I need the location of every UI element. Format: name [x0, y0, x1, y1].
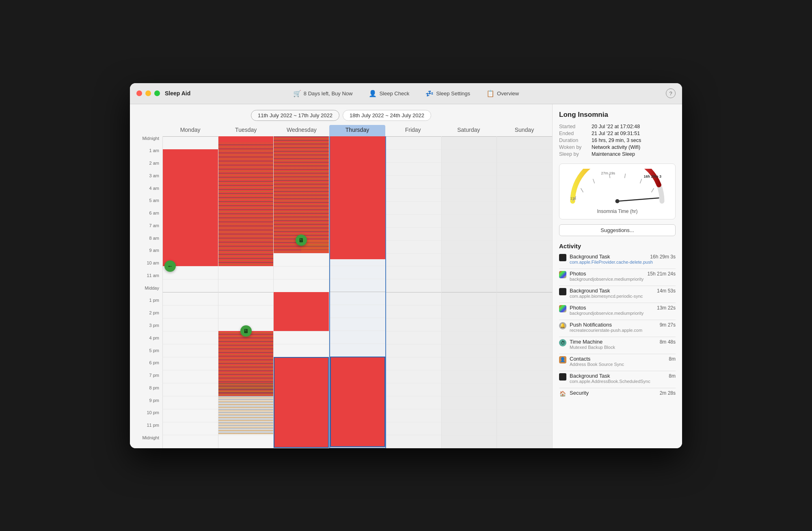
time-labels: Midnight 1 am 2 am 3 am 4 am 5 am 6 am 7…: [130, 136, 162, 448]
svg-text:11s: 11s: [570, 196, 577, 200]
day-header-monday: Monday: [162, 125, 218, 136]
activity-icon-8: 🏠: [559, 390, 566, 398]
activity-name-row-7: Background Task 8m: [570, 373, 676, 379]
sleep-check-icon: 👤: [369, 90, 377, 97]
date-range-btn-2[interactable]: 18th July 2022 ~ 24th July 2022: [343, 110, 431, 121]
activity-icon-0: [559, 254, 566, 261]
buy-now-nav[interactable]: 🛒 8 Days left, Buy Now: [290, 88, 356, 99]
activity-name-4: Push Notifications: [570, 322, 612, 328]
gauge-container: 11s 27m 19s 16h 29m 3 Insomnia Time (hr): [559, 163, 676, 219]
time-1pm: 1 pm: [130, 298, 162, 311]
svg-line-6: [652, 188, 654, 192]
svg-line-4: [625, 174, 626, 178]
activity-info-2: Background Task 14m 53s com.apple.biomes…: [570, 288, 676, 299]
activity-name-7: Background Task: [570, 373, 610, 379]
time-3am: 3 am: [130, 174, 162, 186]
time-5pm: 5 pm: [130, 348, 162, 361]
activity-name-8: Security: [570, 390, 589, 396]
woken-row: Woken by Network activity (Wifi): [559, 144, 676, 150]
time-8am: 8 am: [130, 236, 162, 249]
event-icon-tuesday[interactable]: 🖥: [240, 325, 252, 337]
time-5am: 5 am: [130, 198, 162, 211]
date-range-btn-1[interactable]: 11th July 2022 ~ 17th July 2022: [251, 110, 339, 121]
divider-5: [559, 354, 676, 354]
buy-now-label: 8 Days left, Buy Now: [304, 90, 353, 97]
day-header-saturday: Saturday: [441, 125, 497, 136]
sleep-row: Sleep by Maintenance Sleep: [559, 151, 676, 157]
divider-4: [559, 337, 676, 337]
help-button[interactable]: ?: [666, 88, 676, 98]
calendar-container: Monday Tuesday Wednesday Thursday Friday…: [130, 125, 552, 448]
woken-value: Network activity (Wifi): [592, 144, 640, 150]
activity-sub-5: Mutexed Backup Block: [570, 345, 676, 350]
day-header-friday: Friday: [385, 125, 441, 136]
day-col-thursday: [329, 136, 386, 448]
time-1am: 1 am: [130, 148, 162, 161]
divider-7: [559, 388, 676, 388]
activity-item-2: Background Task 14m 53s com.apple.biomes…: [559, 288, 676, 299]
sleep-block-wed-3[interactable]: [274, 357, 329, 448]
activity-item-1: Photos 15h 21m 24s backgroundjobservice.…: [559, 271, 676, 282]
divider-0: [559, 269, 676, 269]
duration-value: 16 hrs, 29 min, 3 secs: [592, 138, 641, 143]
svg-text:16h 29m 3: 16h 29m 3: [644, 174, 662, 178]
activity-name-row-6: Contacts 8m: [570, 356, 676, 362]
event-icon-wed[interactable]: 🖥: [296, 234, 307, 246]
app-window: Sleep Aid 🛒 8 Days left, Buy Now 👤 Sleep…: [130, 83, 682, 448]
maximize-button[interactable]: [154, 90, 160, 96]
sleep-settings-nav[interactable]: 💤 Sleep Settings: [422, 88, 473, 99]
activity-name-row-2: Background Task 14m 53s: [570, 288, 676, 294]
stripes-tuesday: [218, 143, 274, 266]
svg-point-8: [615, 199, 620, 203]
overview-icon: 📋: [486, 90, 495, 97]
sleep-check-nav[interactable]: 👤 Sleep Check: [365, 88, 412, 99]
activity-duration-7: 8m: [669, 373, 676, 379]
ended-value: 21 Jul '22 at 09:31:51: [592, 131, 640, 136]
sleep-label: Sleep by: [559, 151, 592, 157]
sleep-block-thu-1[interactable]: [330, 136, 385, 260]
suggestions-button[interactable]: Suggestions...: [559, 224, 676, 236]
day-col-wednesday: 🖥: [274, 136, 329, 448]
activity-info-4: Push Notifications 9m 27s recreatecourie…: [570, 322, 676, 333]
sleep-block-wed-2[interactable]: [274, 292, 329, 331]
calendar-area: 11th July 2022 ~ 17th July 2022 18th Jul…: [130, 104, 552, 448]
time-11am: 11 am: [130, 273, 162, 286]
activity-icon-1: [559, 271, 566, 278]
activity-duration-5: 8m 48s: [660, 339, 676, 345]
info-table: Started 20 Jul '22 at 17:02:48 Ended 21 …: [559, 124, 676, 157]
wakeup-icon-monday[interactable]: ←: [164, 260, 176, 272]
day-col-monday: ←: [163, 136, 218, 448]
minimize-button[interactable]: [145, 90, 151, 96]
divider-6: [559, 371, 676, 371]
activity-duration-1: 15h 21m 24s: [648, 271, 676, 277]
sleep-check-label: Sleep Check: [379, 90, 409, 97]
activity-name-2: Background Task: [570, 288, 610, 294]
sleep-value: Maintenance Sleep: [592, 151, 635, 157]
duration-label: Duration: [559, 138, 592, 143]
activity-sub-6: Address Book Source Sync: [570, 362, 676, 367]
started-value: 20 Jul '22 at 17:02:48: [592, 124, 640, 129]
time-4pm: 4 pm: [130, 336, 162, 348]
day-col-sunday: [497, 136, 552, 448]
activity-name-1: Photos: [570, 271, 586, 277]
activity-sub-3: backgroundjobservice.mediumpriority: [570, 311, 676, 316]
activity-sub-0: com.apple.FileProvider.cache-delete.push: [570, 260, 676, 264]
activity-info-7: Background Task 8m com.apple.AddressBook…: [570, 373, 676, 384]
sleep-block-monday-1[interactable]: [163, 149, 218, 266]
started-label: Started: [559, 124, 592, 129]
woken-label: Woken by: [559, 144, 592, 150]
activity-duration-2: 14m 53s: [657, 288, 676, 294]
time-7pm: 7 pm: [130, 373, 162, 386]
svg-text:27m 19s: 27m 19s: [601, 171, 615, 175]
insomnia-gauge: 11s 27m 19s 16h 29m 3: [564, 169, 670, 205]
sleep-settings-icon: 💤: [425, 90, 434, 97]
sleep-block-thu-2[interactable]: [330, 357, 385, 447]
activity-name-row-1: Photos 15h 21m 24s: [570, 271, 676, 277]
day-header-sunday: Sunday: [497, 125, 552, 136]
close-button[interactable]: [136, 90, 142, 96]
overview-nav[interactable]: 📋 Overview: [483, 88, 522, 99]
calendar-grid: Midnight 1 am 2 am 3 am 4 am 5 am 6 am 7…: [130, 136, 552, 448]
time-8pm: 8 pm: [130, 386, 162, 398]
titlebar-nav: 🛒 8 Days left, Buy Now 👤 Sleep Check 💤 S…: [290, 88, 522, 99]
divider-2: [559, 303, 676, 303]
